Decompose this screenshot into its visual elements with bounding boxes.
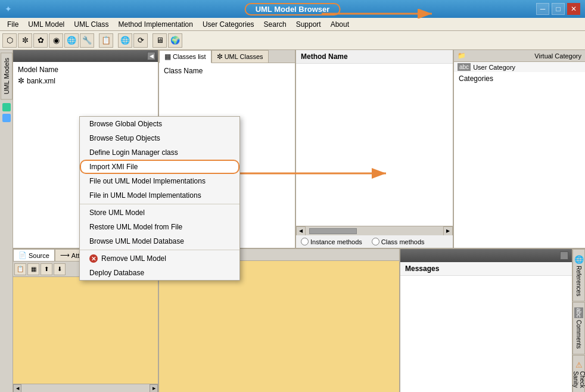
user-cat-icon: abc [458,63,471,71]
radio-instance-label: Instance methods [310,238,362,245]
ctx-browse-global[interactable]: Browse Global Objects [80,117,239,131]
menu-about[interactable]: About [326,19,354,30]
bt-btn-2[interactable]: ▦ [27,263,39,275]
messages-collapse-btn[interactable] [560,251,568,260]
references-label: References [575,266,582,296]
tree-item-bank[interactable]: ✼ bank.xml [15,75,155,86]
ctx-file-out[interactable]: File out UML Model Implementations [80,174,239,188]
toolbar-btn-2[interactable]: ✼ [18,33,32,48]
toolbar: ⬡ ✼ ✿ ◉ 🌐 🔧 📋 🌐 ⟳ 🖥 🌍 [0,31,585,50]
user-category-item: abc User Category [454,62,585,72]
app-title: UML Model Browser [245,3,341,15]
toolbar-btn-4[interactable]: ◉ [49,33,63,48]
tab-comments[interactable]: abc Comments [572,302,585,354]
virtual-cat-label: Virtual Category [534,52,581,60]
toolbar-btn-8[interactable]: 🌐 [118,33,132,48]
scroll-thumb[interactable] [309,228,357,234]
messages-label: Messages [400,262,572,276]
ctx-import-xmi[interactable]: Import XMI File [80,160,239,174]
tab-uml-classes[interactable]: ✼ UML Classes [211,50,269,63]
method-panel-header: Method Name [296,50,453,64]
ctx-define-login[interactable]: Define Login Manager class [80,145,239,160]
toolbar-btn-1[interactable]: ⬡ [2,33,17,48]
menu-uml-model[interactable]: UML Model [23,19,69,30]
bt-btn-1[interactable]: 📋 [14,263,26,275]
ctx-browse-setup[interactable]: Browse Setup Objects [80,131,239,145]
toolbar-btn-9[interactable]: ⟳ [133,33,148,48]
tree-item-icon: ✼ [18,76,24,85]
minimize-button[interactable]: ─ [536,3,549,15]
class-comments-content [159,261,399,392]
source-tab-icon: 📄 [18,251,27,259]
tree-label-model: Model Name [15,64,155,75]
menu-support[interactable]: Support [291,19,326,30]
toolbar-btn-6[interactable]: 🔧 [80,33,94,48]
messages-panel: Messages [400,249,572,392]
categories-label: Categories [459,74,493,83]
source-tab-label: Source [29,252,49,259]
ctx-deploy[interactable]: Deploy Database [80,266,239,280]
maximize-button[interactable]: □ [552,3,565,15]
sidebar-uml-models[interactable]: UML Models [1,52,13,99]
radio-instance-input[interactable] [301,238,309,245]
class-name-label: Class Name [164,67,203,75]
menu-method-implementation[interactable]: Method Implementation [114,19,198,30]
category-panel: 📁 Virtual Category abc User Category Cat… [454,50,585,248]
toolbar-btn-5[interactable]: 🌐 [64,33,79,48]
sb-right[interactable]: ▶ [150,384,158,393]
toolbar-btn-10[interactable]: 🖥 [153,33,167,48]
source-scrollbar[interactable]: ◀ ▶ [13,384,158,392]
tab-icon-classes: ▦ [164,52,171,61]
attr-tab-icon: ⟶ [60,251,70,259]
menu-user-categories[interactable]: User Categories [198,19,259,30]
sb-left[interactable]: ◀ [13,384,21,393]
method-scroll-bar[interactable]: ◀ ▶ [296,226,453,235]
menu-bar: File UML Model UML Class Method Implemen… [0,18,585,31]
messages-header-bar [400,249,572,262]
menu-file[interactable]: File [2,19,23,30]
tab-sanity-check[interactable]: ⚠ Sanity Check [572,355,585,392]
ctx-store[interactable]: Store UML Model [80,206,239,220]
tab-icon-uml: ✼ [217,52,223,61]
radio-class-label: Class methods [381,238,425,245]
tab-source[interactable]: 📄 Source [13,249,55,261]
sidebar-icon-add[interactable] [2,103,11,111]
tab-label-classes: Classes list [173,53,206,60]
radio-class-input[interactable] [372,238,379,245]
toolbar-btn-11[interactable]: 🌍 [168,33,182,48]
method-panel-content [296,64,453,226]
title-bar-left: ✦ [5,4,12,14]
bt-btn-4[interactable]: ⬇ [54,263,66,275]
bt-btn-3[interactable]: ⬆ [41,263,52,275]
sidebar-icon-secondary[interactable] [2,114,11,122]
menu-search[interactable]: Search [259,19,291,30]
radio-row: Instance methods Class methods [296,235,453,248]
model-label: Model Name [18,66,58,74]
tab-classes-list[interactable]: ▦ Classes list [159,50,211,63]
remove-icon: ✕ [89,254,98,263]
bottom-right-panel: Messages 🌐 References abc Comments ⚠ San… [400,249,585,392]
radio-class[interactable]: Class methods [372,238,425,245]
ctx-file-in[interactable]: File in UML Model Implementations [80,188,239,203]
close-button[interactable]: ✕ [567,3,580,15]
radio-instance[interactable]: Instance methods [301,238,362,245]
sb-track[interactable] [21,385,150,391]
toolbar-btn-7[interactable]: 📋 [99,33,113,48]
ctx-browse-db[interactable]: Browse UML Model Database [80,234,239,248]
ctx-restore[interactable]: Restore UML Model from File [80,220,239,234]
tab-references[interactable]: 🌐 References [572,249,585,301]
toolbar-btn-3[interactable]: ✿ [33,33,48,48]
references-icon: 🌐 [574,254,583,264]
sanity-label: Sanity Check [572,371,586,388]
ctx-remove-label: Remove UML Model [101,254,166,263]
collapse-btn[interactable]: ◀ [147,52,155,60]
scroll-left-btn[interactable]: ◀ [296,226,306,236]
scroll-track[interactable] [307,228,442,235]
scroll-right-btn[interactable]: ▶ [443,226,453,236]
menu-uml-class[interactable]: UML Class [69,19,113,30]
model-tree-header: ◀ [13,50,158,62]
ctx-remove[interactable]: ✕ Remove UML Model [80,251,239,266]
left-sidebar: UML Models [0,50,13,392]
title-bar: ✦ UML Model Browser ─ □ ✕ [0,0,585,18]
categories-content: Categories [454,72,585,248]
